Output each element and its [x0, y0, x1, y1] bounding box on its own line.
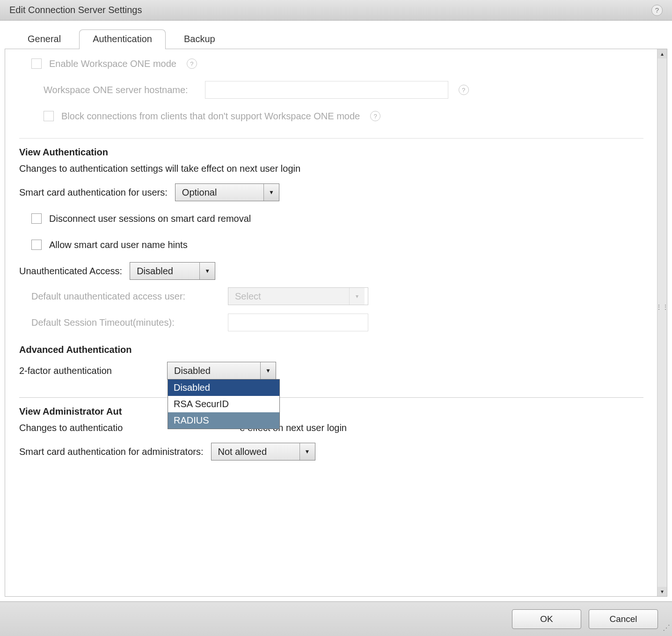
- titlebar: Edit Connection Server Settings ?: [0, 0, 672, 21]
- label-unauth-access: Unauthenticated Access:: [19, 266, 122, 277]
- label-enable-workspace-one: Enable Workspace ONE mode: [49, 58, 176, 69]
- checkbox-enable-workspace-one: [31, 58, 42, 69]
- row-smartcard-admins: Smart card authentication for administra…: [19, 442, 643, 461]
- row-enable-workspace-one: Enable Workspace ONE mode ?: [31, 54, 643, 73]
- checkbox-disconnect-on-removal[interactable]: [31, 213, 42, 224]
- input-default-session-timeout: [228, 314, 368, 331]
- row-two-factor: 2-factor authentication Disabled ▼ Disab…: [19, 361, 643, 380]
- help-icon[interactable]: ?: [187, 58, 197, 69]
- content: Enable Workspace ONE mode ? Workspace ON…: [5, 49, 657, 596]
- label-default-session-timeout: Default Session Timeout(minutes):: [31, 317, 200, 328]
- checkbox-allow-hints[interactable]: [31, 240, 42, 250]
- select-two-factor[interactable]: Disabled ▼ Disabled RSA SecurID RADIUS: [167, 362, 276, 380]
- tab-strip: General Authentication Backup: [0, 21, 672, 49]
- label-smartcard-users: Smart card authentication for users:: [19, 187, 168, 198]
- tab-backup[interactable]: Backup: [170, 29, 229, 49]
- scroll-up-icon[interactable]: ▴: [657, 49, 667, 58]
- divider: [19, 397, 643, 398]
- select-smartcard-admins-value: Not allowed: [212, 443, 299, 460]
- help-icon[interactable]: ?: [459, 85, 469, 95]
- select-two-factor-value: Disabled: [168, 362, 260, 379]
- ok-button[interactable]: OK: [512, 609, 581, 629]
- label-smartcard-admins: Smart card authentication for administra…: [19, 446, 204, 457]
- scroll-down-icon[interactable]: ▾: [657, 587, 667, 596]
- select-unauth-access[interactable]: Disabled ▼: [130, 262, 215, 280]
- chevron-down-icon: ▼: [263, 184, 279, 201]
- help-icon[interactable]: ?: [651, 5, 663, 16]
- cancel-button[interactable]: Cancel: [589, 609, 658, 629]
- row-allow-hints: Allow smart card user name hints: [31, 235, 643, 255]
- label-block-connections: Block connections from clients that don'…: [61, 111, 360, 122]
- label-default-unauth-user: Default unauthenticated access user:: [31, 291, 200, 302]
- help-icon[interactable]: ?: [370, 111, 380, 121]
- checkbox-block-connections: [44, 111, 54, 121]
- select-default-unauth-user: Select ▾: [228, 287, 368, 305]
- content-frame: Enable Workspace ONE mode ? Workspace ON…: [5, 49, 667, 597]
- row-smartcard-users: Smart card authentication for users: Opt…: [19, 183, 643, 202]
- divider: [19, 138, 643, 139]
- chevron-down-icon: ▼: [260, 362, 276, 379]
- option-disabled[interactable]: Disabled: [168, 380, 279, 396]
- row-block-connections: Block connections from clients that don'…: [44, 106, 643, 126]
- resize-grip-icon[interactable]: ⋰: [663, 627, 671, 635]
- tab-authentication[interactable]: Authentication: [79, 29, 166, 49]
- row-workspace-one-hostname: Workspace ONE server hostname: ?: [44, 80, 643, 100]
- option-radius[interactable]: RADIUS: [168, 412, 279, 429]
- chevron-down-icon: ▼: [199, 263, 215, 279]
- window-title: Edit Connection Server Settings: [9, 5, 142, 15]
- row-unauth-access: Unauthenticated Access: Disabled ▼: [19, 261, 643, 281]
- tab-general[interactable]: General: [14, 29, 74, 49]
- scrollbar-vertical[interactable]: ▴ ⋮⋮ ▾: [657, 49, 667, 596]
- chevron-down-icon: ▼: [299, 443, 315, 460]
- edit-connection-server-settings-window: Edit Connection Server Settings ? Genera…: [0, 0, 672, 636]
- select-smartcard-users-value: Optional: [175, 184, 263, 201]
- button-bar: OK Cancel ⋰: [0, 601, 672, 636]
- admin-auth-note: Changes to authenticatioe effect on next…: [19, 423, 643, 433]
- label-two-factor: 2-factor authentication: [19, 366, 160, 376]
- scrollbar-size-grip[interactable]: ⋮⋮: [657, 301, 667, 313]
- section-advanced-auth: Advanced Authentication 2-factor authent…: [19, 344, 643, 380]
- section-view-authentication-title: View Authentication: [19, 147, 643, 158]
- label-allow-hints: Allow smart card user name hints: [49, 240, 188, 250]
- section-advanced-auth-title: Advanced Authentication: [19, 344, 643, 355]
- select-smartcard-users[interactable]: Optional ▼: [175, 183, 279, 201]
- label-workspace-one-hostname: Workspace ONE server hostname:: [44, 85, 188, 95]
- row-disconnect-on-removal: Disconnect user sessions on smart card r…: [31, 209, 643, 228]
- dropdown-two-factor: Disabled RSA SecurID RADIUS: [168, 379, 280, 429]
- input-workspace-one-hostname: [205, 81, 448, 99]
- section-admin-auth-title: View Administrator Aut: [19, 406, 643, 417]
- chevron-down-icon: ▾: [349, 288, 365, 305]
- select-default-unauth-user-value: Select: [228, 288, 349, 305]
- option-rsa-securid[interactable]: RSA SecurID: [168, 396, 279, 412]
- select-smartcard-admins[interactable]: Not allowed ▼: [211, 443, 315, 461]
- view-auth-note: Changes to authentication settings will …: [19, 163, 643, 174]
- select-unauth-access-value: Disabled: [130, 263, 199, 279]
- label-disconnect-on-removal: Disconnect user sessions on smart card r…: [49, 213, 251, 224]
- unauth-subgrid: Default unauthenticated access user: Sel…: [31, 287, 643, 331]
